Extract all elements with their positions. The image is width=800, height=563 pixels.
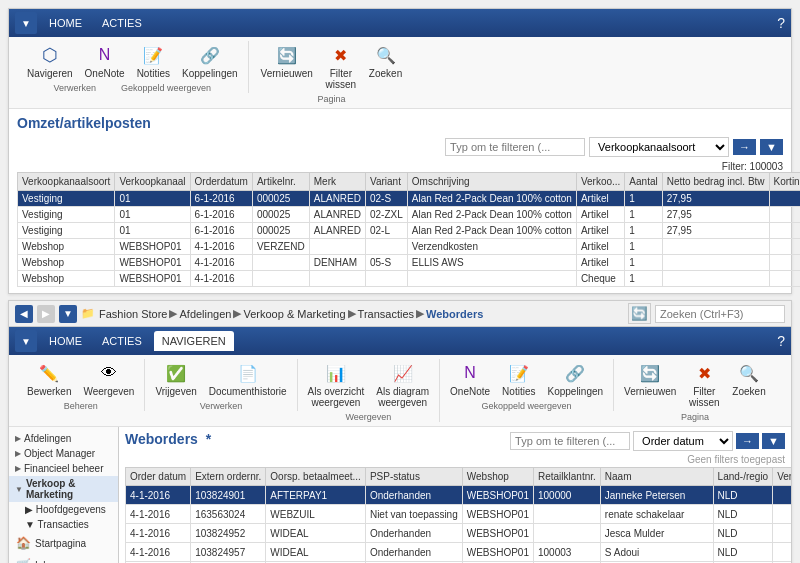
table-row[interactable]: Vestiging016-1-2016000025ALANRED02-SAlan…	[18, 191, 801, 207]
col-variant[interactable]: Variant	[365, 173, 407, 191]
col-verzendmethode[interactable]: Verzendmethode	[773, 468, 791, 486]
sidebar-verkoop[interactable]: ▼ Verkoop & Marketing	[9, 476, 118, 502]
col-verkoopkanaalsoort[interactable]: Verkoopkanaalsoort	[18, 173, 115, 191]
verkoop-label: Verkoop & Marketing	[26, 478, 112, 500]
bottom-filter-go-btn[interactable]: →	[736, 433, 759, 449]
col-omschrijving[interactable]: Omschrijving	[407, 173, 576, 191]
btn-zoeken2[interactable]: 🔍 Zoeken	[728, 359, 769, 410]
sidebar-startpagina[interactable]: 🏠 Startpagina	[9, 532, 118, 554]
col-korting[interactable]: Kortingsbedrag incl. Btw	[769, 173, 800, 191]
col-extern-ordernr[interactable]: Extern ordernr.	[191, 468, 266, 486]
table-row[interactable]: WebshopWEBSHOP014-1-2016VERZENDVerzendko…	[18, 239, 801, 255]
tab-home-bottom[interactable]: HOME	[41, 331, 90, 351]
col-aantal[interactable]: Aantal	[625, 173, 662, 191]
sidebar-inkoop[interactable]: 🛒 Inkoop	[9, 554, 118, 563]
overview-icon: 📊	[324, 361, 348, 385]
btn-onenote2[interactable]: N OneNote	[446, 359, 494, 399]
table-row[interactable]: WebshopWEBSHOP014-1-2016Cheque1-7,50	[18, 271, 801, 287]
bc-verkoop[interactable]: Verkoop & Marketing	[243, 308, 345, 320]
bc-transacties[interactable]: Transacties	[358, 308, 414, 320]
table-row[interactable]: Vestiging016-1-2016000025ALANRED02-ZXLAl…	[18, 207, 801, 223]
col-oorsp[interactable]: Oorsp. betaalmeet...	[266, 468, 366, 486]
btn-bewerken[interactable]: ✏️ Bewerken	[23, 359, 75, 399]
arrow-icon6: ▼	[25, 519, 35, 530]
col-orderdatum[interactable]: Orderdatum	[190, 173, 252, 191]
sidebar-transacties[interactable]: ▼ Transacties	[9, 517, 118, 532]
btn-weergeven[interactable]: 👁 Weergeven	[79, 359, 138, 399]
top-filter-input[interactable]	[445, 138, 585, 156]
filter-icon: ✖	[329, 43, 353, 67]
sidebar-financieel[interactable]: ▶ Financieel beheer	[9, 461, 118, 476]
group-label-verwerken: Verwerken Gekoppeld weergeven	[54, 83, 212, 93]
btn-als-diagram[interactable]: 📈 Als diagramweergeven	[372, 359, 433, 410]
col-verkoop[interactable]: Verkoo...	[576, 173, 624, 191]
title-text: Omzet/artikelposten	[17, 115, 151, 131]
col-merk[interactable]: Merk	[309, 173, 365, 191]
col-naam[interactable]: Naam	[600, 468, 713, 486]
btn-vernieuwen[interactable]: 🔄 Vernieuwen	[257, 41, 317, 92]
breadcrumb: Fashion Store ▶ Afdelingen ▶ Verkoop & M…	[99, 307, 624, 320]
onenote-icon: N	[93, 43, 117, 67]
btn-koppelingen2[interactable]: 🔗 Koppelingen	[543, 359, 607, 399]
btn-notities2[interactable]: 📝 Notities	[498, 359, 539, 399]
col-order-datum[interactable]: Order datum	[126, 468, 191, 486]
btn-notities-label: Notities	[137, 68, 170, 79]
bottom-filter-extra-btn[interactable]: ▼	[762, 433, 785, 449]
bottom-filter-select[interactable]: Order datum	[633, 431, 733, 451]
tab-acties-bottom[interactable]: ACTIES	[94, 331, 150, 351]
table-row[interactable]: Vestiging016-1-2016000025ALANRED02-LAlan…	[18, 223, 801, 239]
table-row[interactable]: 4-1-2016103824901AFTERPAY1OnderhandenWEB…	[126, 486, 792, 505]
table-row[interactable]: 4-1-2016163563024WEBZUILNiet van toepass…	[126, 505, 792, 524]
table-row[interactable]: 4-1-2016103824952WIDEALOnderhandenWEBSHO…	[126, 524, 792, 543]
link-icon: 🔗	[198, 43, 222, 67]
back-btn[interactable]: ◀	[15, 305, 33, 323]
link-icon2: 🔗	[563, 361, 587, 385]
btn-vernieuwen2[interactable]: 🔄 Vernieuwen	[620, 359, 680, 410]
btn-koppelingen[interactable]: 🔗 Koppelingen	[178, 41, 242, 81]
btn-notities2-label: Notities	[502, 386, 535, 397]
group-beheren-label: Beheren	[64, 401, 98, 411]
dropdown-btn[interactable]: ▼	[59, 305, 77, 323]
col-land[interactable]: Land-/regio	[713, 468, 773, 486]
col-verkoopkanaal[interactable]: Verkoopkanaal	[115, 173, 190, 191]
bc-afdelingen[interactable]: Afdelingen	[179, 308, 231, 320]
help-icon-top[interactable]: ?	[777, 15, 785, 31]
tab-home-top[interactable]: HOME	[41, 13, 90, 33]
table-row[interactable]: 4-1-2016103824957WIDEALOnderhandenWEBSHO…	[126, 543, 792, 562]
col-retailklantnr[interactable]: Retailklantnr.	[534, 468, 601, 486]
btn-vrijgeven[interactable]: ✅ Vrijgeven	[151, 359, 200, 399]
top-filter-extra-btn[interactable]: ▼	[760, 139, 783, 155]
sidebar-afdelingen[interactable]: ▶ Afdelingen	[9, 431, 118, 446]
nav-refresh-btn[interactable]: 🔄	[628, 303, 651, 324]
forward-btn[interactable]: ▶	[37, 305, 55, 323]
btn-onenote[interactable]: N OneNote	[81, 41, 129, 81]
sidebar-hoofdgegevens[interactable]: ▶ Hoofdgegevens	[9, 502, 118, 517]
col-webshop[interactable]: Webshop	[462, 468, 533, 486]
nav-search-input[interactable]	[655, 305, 785, 323]
col-netto[interactable]: Netto bedrag incl. Btw	[662, 173, 769, 191]
top-filter-select[interactable]: Verkoopkanaalsoort	[589, 137, 729, 157]
btn-filter-wissen2[interactable]: ✖ Filterwissen	[684, 359, 724, 410]
btn-als-overzicht[interactable]: 📊 Als overzichtweergeven	[304, 359, 369, 410]
btn-zoeken[interactable]: 🔍 Zoeken	[365, 41, 406, 92]
btn-navigeren[interactable]: ⬡ Navigeren	[23, 41, 77, 81]
btn-vrijgeven-label: Vrijgeven	[155, 386, 196, 397]
sidebar-object-manager[interactable]: ▶ Object Manager	[9, 446, 118, 461]
tab-acties-top[interactable]: ACTIES	[94, 13, 150, 33]
col-psp[interactable]: PSP-status	[365, 468, 462, 486]
btn-filter-wissen[interactable]: ✖ Filterwissen	[321, 41, 361, 92]
tab-navigeren-bottom[interactable]: NAVIGEREN	[154, 331, 234, 351]
help-icon-bottom[interactable]: ?	[777, 333, 785, 349]
bc-weborders[interactable]: Weborders	[426, 308, 483, 320]
toolbar-group-gekoppeld: N OneNote 📝 Notities 🔗 Koppelingen Gekop…	[440, 359, 614, 411]
btn-notities[interactable]: 📝 Notities	[133, 41, 174, 81]
bottom-filter-input[interactable]	[510, 432, 630, 450]
col-artikelnr[interactable]: Artikelnr.	[252, 173, 309, 191]
refresh-icon2: 🔄	[638, 361, 662, 385]
ribbon-dropdown-btn[interactable]: ▼	[15, 12, 37, 34]
bc-fashionstore[interactable]: Fashion Store	[99, 308, 167, 320]
btn-documenthistorie[interactable]: 📄 Documenthistorie	[205, 359, 291, 399]
top-filter-go-btn[interactable]: →	[733, 139, 756, 155]
ribbon-dropdown-btn2[interactable]: ▼	[15, 330, 37, 352]
table-row[interactable]: WebshopWEBSHOP014-1-2016DENHAM05-SELLIS …	[18, 255, 801, 271]
